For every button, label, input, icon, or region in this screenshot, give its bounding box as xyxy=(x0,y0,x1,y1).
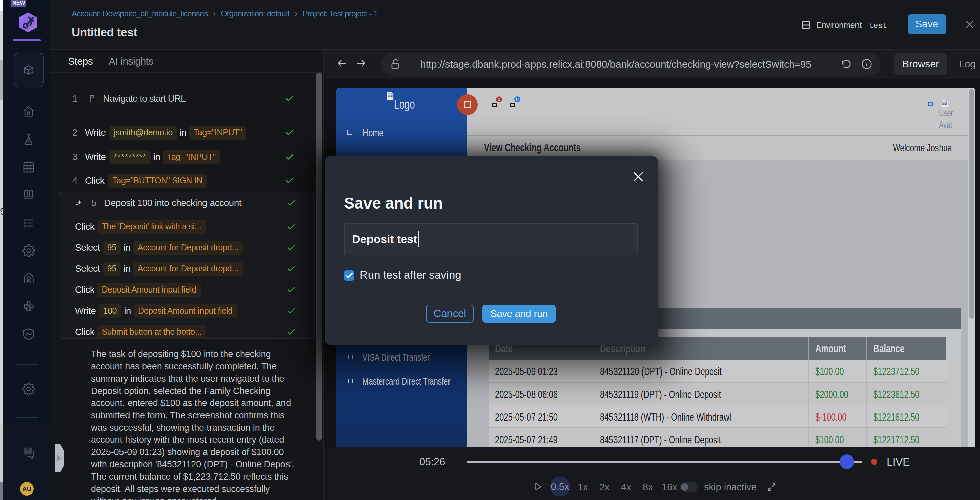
svg-text:?: ? xyxy=(26,447,30,454)
